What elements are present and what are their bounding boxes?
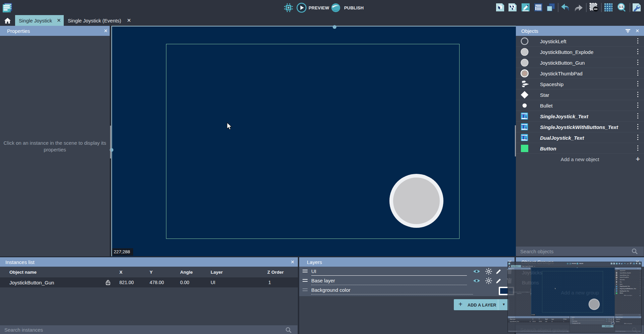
svg-text:1:1: 1:1 — [619, 5, 623, 8]
